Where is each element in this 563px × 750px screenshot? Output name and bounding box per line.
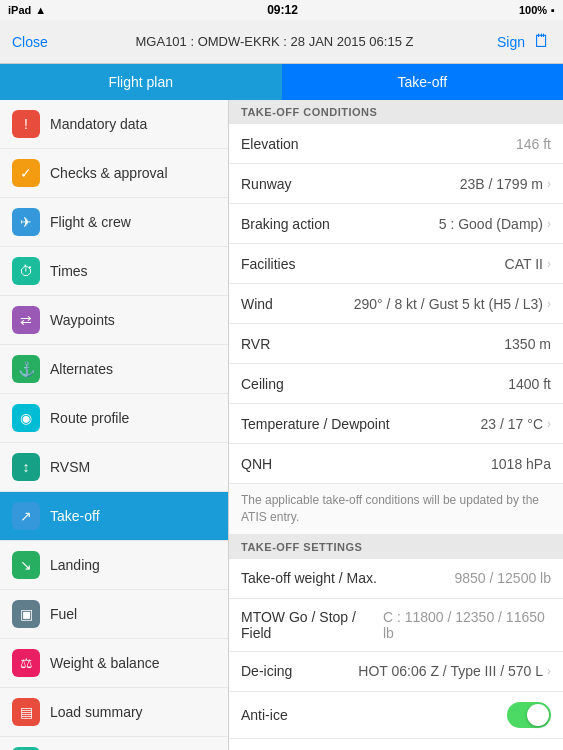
- sidebar-label-times: Times: [50, 263, 88, 279]
- row-value-facilities: CAT II›: [505, 256, 551, 272]
- sidebar-item-route-profile[interactable]: ◉Route profile: [0, 394, 228, 443]
- sidebar-item-times[interactable]: ⏱Times: [0, 247, 228, 296]
- row-value-anti-ice: [507, 702, 551, 728]
- sidebar-label-mandatory-data: Mandatory data: [50, 116, 147, 132]
- row-value-qnh: 1018 hPa: [491, 456, 551, 472]
- sidebar: !Mandatory data✓Checks & approval✈Flight…: [0, 100, 229, 750]
- sidebar-label-alternates: Alternates: [50, 361, 113, 377]
- sidebar-label-flight-crew: Flight & crew: [50, 214, 131, 230]
- row-label-ceiling: Ceiling: [241, 376, 284, 392]
- mandatory-data-icon: !: [12, 110, 40, 138]
- chevron-de-icing: ›: [547, 664, 551, 678]
- sidebar-item-waypoints[interactable]: ⇄Waypoints: [0, 296, 228, 345]
- row-value-take-off-weight: 9850 / 12500 lb: [454, 570, 551, 586]
- take-off-icon: ↗: [12, 502, 40, 530]
- sidebar-label-take-off: Take-off: [50, 508, 100, 524]
- row-label-mtow: MTOW Go / Stop / Field: [241, 609, 383, 641]
- row-label-qnh: QNH: [241, 456, 272, 472]
- weight-balance-icon: ⚖: [12, 649, 40, 677]
- status-time: 09:12: [267, 3, 298, 17]
- row-take-off-flaps: Take-off flaps35°: [229, 739, 563, 750]
- row-de-icing[interactable]: De-icingHOT 06:06 Z / Type III / 570 L›: [229, 652, 563, 692]
- row-label-temp-dewpoint: Temperature / Dewpoint: [241, 416, 390, 432]
- sidebar-item-take-off[interactable]: ↗Take-off: [0, 492, 228, 541]
- row-label-de-icing: De-icing: [241, 663, 292, 679]
- row-label-elevation: Elevation: [241, 136, 299, 152]
- row-label-rvr: RVR: [241, 336, 270, 352]
- close-button[interactable]: Close: [12, 34, 52, 50]
- row-elevation: Elevation146 ft: [229, 124, 563, 164]
- sidebar-item-flight-crew[interactable]: ✈Flight & crew: [0, 198, 228, 247]
- sidebar-label-route-profile: Route profile: [50, 410, 129, 426]
- row-value-elevation: 146 ft: [516, 136, 551, 152]
- sidebar-label-waypoints: Waypoints: [50, 312, 115, 328]
- sidebar-item-alternates[interactable]: ⚓Alternates: [0, 345, 228, 394]
- row-rvr: RVR1350 m: [229, 324, 563, 364]
- chevron-facilities: ›: [547, 257, 551, 271]
- row-value-ceiling: 1400 ft: [508, 376, 551, 392]
- row-facilities[interactable]: FacilitiesCAT II›: [229, 244, 563, 284]
- flight-crew-icon: ✈: [12, 208, 40, 236]
- battery-icon: ▪: [551, 4, 555, 16]
- notice-take-off-conditions: The applicable take-off conditions will …: [229, 484, 563, 535]
- right-panel: TAKE-OFF CONDITIONSElevation146 ftRunway…: [229, 100, 563, 750]
- sidebar-item-rvsm[interactable]: ↕RVSM: [0, 443, 228, 492]
- row-runway[interactable]: Runway23B / 1799 m›: [229, 164, 563, 204]
- chevron-wind: ›: [547, 297, 551, 311]
- row-label-facilities: Facilities: [241, 256, 295, 272]
- sidebar-label-load-summary: Load summary: [50, 704, 143, 720]
- nav-title: MGA101 : OMDW-EKRK : 28 JAN 2015 06:15 Z: [52, 34, 497, 49]
- alternates-icon: ⚓: [12, 355, 40, 383]
- row-label-wind: Wind: [241, 296, 273, 312]
- sidebar-label-fuel: Fuel: [50, 606, 77, 622]
- ipad-label: iPad: [8, 4, 31, 16]
- row-value-rvr: 1350 m: [504, 336, 551, 352]
- sidebar-item-fuel[interactable]: ▣Fuel: [0, 590, 228, 639]
- row-label-runway: Runway: [241, 176, 292, 192]
- row-temp-dewpoint[interactable]: Temperature / Dewpoint23 / 17 °C›: [229, 404, 563, 444]
- nav-bar: Close MGA101 : OMDW-EKRK : 28 JAN 2015 0…: [0, 20, 563, 64]
- tab-flight-plan[interactable]: Flight plan: [0, 64, 282, 100]
- row-label-anti-ice: Anti-ice: [241, 707, 288, 723]
- chevron-runway: ›: [547, 177, 551, 191]
- tab-take-off[interactable]: Take-off: [282, 64, 564, 100]
- landing-icon: ↘: [12, 551, 40, 579]
- checks-approval-icon: ✓: [12, 159, 40, 187]
- main-content: !Mandatory data✓Checks & approval✈Flight…: [0, 100, 563, 750]
- toggle-anti-ice[interactable]: [507, 702, 551, 728]
- sign-button[interactable]: Sign: [497, 34, 525, 50]
- row-value-wind: 290° / 8 kt / Gust 5 kt (H5 / L3)›: [354, 296, 551, 312]
- row-value-mtow: C : 11800 / 12350 / 11650 lb: [383, 609, 551, 641]
- sidebar-item-weather-notam[interactable]: ☁Weather & NOTAM: [0, 737, 228, 750]
- fuel-icon: ▣: [12, 600, 40, 628]
- rvsm-icon: ↕: [12, 453, 40, 481]
- toggle-knob-anti-ice: [527, 704, 549, 726]
- row-value-braking-action: 5 : Good (Damp)›: [439, 216, 551, 232]
- sidebar-item-mandatory-data[interactable]: !Mandatory data: [0, 100, 228, 149]
- row-label-braking-action: Braking action: [241, 216, 330, 232]
- battery-label: 100%: [519, 4, 547, 16]
- sidebar-item-weight-balance[interactable]: ⚖Weight & balance: [0, 639, 228, 688]
- row-wind[interactable]: Wind290° / 8 kt / Gust 5 kt (H5 / L3)›: [229, 284, 563, 324]
- row-anti-ice[interactable]: Anti-ice: [229, 692, 563, 739]
- status-bar: iPad ▲ 09:12 100% ▪: [0, 0, 563, 20]
- sidebar-item-load-summary[interactable]: ▤Load summary: [0, 688, 228, 737]
- sidebar-label-rvsm: RVSM: [50, 459, 90, 475]
- route-profile-icon: ◉: [12, 404, 40, 432]
- nav-right: Sign 🗒: [497, 31, 551, 52]
- chevron-braking-action: ›: [547, 217, 551, 231]
- sidebar-label-weight-balance: Weight & balance: [50, 655, 159, 671]
- wifi-icon: ▲: [35, 4, 46, 16]
- sidebar-item-landing[interactable]: ↘Landing: [0, 541, 228, 590]
- row-braking-action[interactable]: Braking action5 : Good (Damp)›: [229, 204, 563, 244]
- row-label-take-off-weight: Take-off weight / Max.: [241, 570, 377, 586]
- row-ceiling: Ceiling1400 ft: [229, 364, 563, 404]
- document-icon[interactable]: 🗒: [533, 31, 551, 52]
- row-value-de-icing: HOT 06:06 Z / Type III / 570 L›: [358, 663, 551, 679]
- tab-bar: Flight plan Take-off: [0, 64, 563, 100]
- row-value-temp-dewpoint: 23 / 17 °C›: [481, 416, 551, 432]
- row-qnh: QNH1018 hPa: [229, 444, 563, 484]
- times-icon: ⏱: [12, 257, 40, 285]
- sidebar-label-checks-approval: Checks & approval: [50, 165, 168, 181]
- sidebar-item-checks-approval[interactable]: ✓Checks & approval: [0, 149, 228, 198]
